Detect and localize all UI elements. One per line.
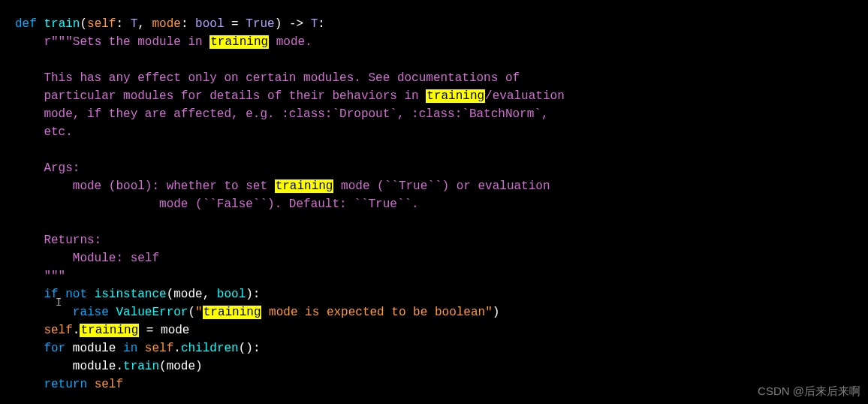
function-name: train xyxy=(44,17,80,31)
code-line-12 xyxy=(15,213,853,231)
code-line-18: self.training = mode xyxy=(15,321,853,339)
keyword-def: def xyxy=(15,17,37,31)
code-line-5: particular modules for details of their … xyxy=(15,87,853,105)
highlight-training: training xyxy=(80,324,139,337)
code-line-16: if not isinstance(mode, bool): xyxy=(15,285,853,303)
code-line-9: Args: xyxy=(15,159,853,177)
keyword-if: if xyxy=(44,288,58,301)
code-line-4: This has any effect only on certain modu… xyxy=(15,69,853,87)
code-line-3 xyxy=(15,51,853,69)
keyword-return: return xyxy=(44,378,87,391)
type-T: T xyxy=(131,17,138,31)
param-self: self xyxy=(87,17,116,31)
code-line-10: mode (bool): whether to set training mod… xyxy=(15,177,853,195)
type-bool: bool xyxy=(195,17,224,31)
highlight-training: training xyxy=(203,306,262,319)
code-line-20: module.train(mode) xyxy=(15,357,853,375)
code-line-11: mode (``False``). Default: ``True``. xyxy=(15,195,853,213)
code-line-14: Module: self xyxy=(15,249,853,267)
code-line-21: return self xyxy=(15,375,853,393)
code-line-17: raise ValueError("training mode is expec… xyxy=(15,303,853,321)
bool-true: True xyxy=(246,17,274,31)
code-line-1: def train(self: T, mode: bool = True) ->… xyxy=(15,15,853,33)
highlight-training: training xyxy=(275,179,334,193)
builtin-isinstance: isinstance xyxy=(95,288,167,301)
keyword-raise: raise xyxy=(73,306,109,319)
code-line-19: for module in self.children(): xyxy=(15,339,853,357)
code-line-13: Returns: xyxy=(15,231,853,249)
code-line-8 xyxy=(15,141,853,159)
param-mode: mode xyxy=(152,17,180,31)
code-line-2: r"""Sets the module in training mode. xyxy=(15,33,853,51)
code-editor[interactable]: def train(self: T, mode: bool = True) ->… xyxy=(15,15,853,393)
highlight-training: training xyxy=(209,35,269,49)
code-line-6: mode, if they are affected, e.g. :class:… xyxy=(15,105,853,123)
self-kw: self xyxy=(44,324,72,337)
code-line-15: """ xyxy=(15,267,853,285)
code-line-7: etc. xyxy=(15,123,853,141)
watermark-text: CSDN @后来后来啊 xyxy=(758,383,860,400)
valueerror: ValueError xyxy=(116,306,188,319)
highlight-training: training xyxy=(426,89,485,103)
keyword-for: for xyxy=(44,342,65,355)
